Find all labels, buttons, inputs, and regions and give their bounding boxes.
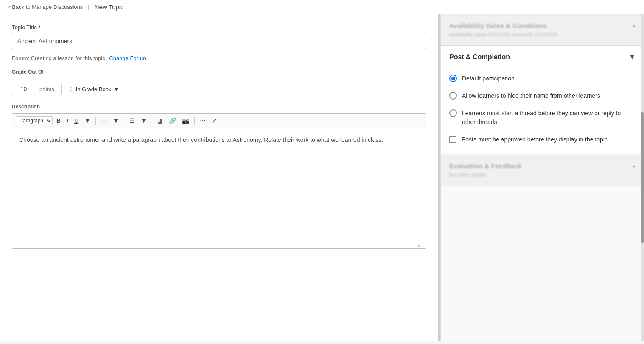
scrollbar-thumb[interactable] <box>641 112 644 243</box>
toolbar-sep-2 <box>124 117 124 125</box>
resize-handle-icon: ⌞ <box>418 241 424 247</box>
paragraph-select[interactable]: Paragraph <box>16 116 53 125</box>
option-approve-posts-label: Posts must be approved before they displ… <box>462 135 608 144</box>
toolbar-divider <box>61 84 62 94</box>
option-hide-name: Allow learners to hide their name from o… <box>449 92 636 100</box>
forum-text: Forum: Creating a lesson for this topic. <box>12 55 106 61</box>
availability-header: Availability Dates & Conditions ▸ <box>449 22 636 29</box>
gradebook-icon: ⋮ <box>68 86 74 92</box>
grade-input[interactable] <box>12 83 35 95</box>
breadcrumb-separator: | <box>88 4 89 10</box>
underline-options-button[interactable]: ▼ <box>82 116 92 125</box>
radio-default[interactable] <box>449 75 457 82</box>
page-title: New Topic <box>95 3 124 11</box>
grade-label: Grade Out Of <box>12 69 426 75</box>
right-panel: Availability Dates & Conditions ▸ availa… <box>440 14 644 341</box>
option-start-thread-label: Learners must start a thread before they… <box>462 109 636 127</box>
italic-button[interactable]: I <box>64 116 70 125</box>
availability-subtitle: availability starts 8/31/2021 and ends 1… <box>449 32 636 38</box>
back-arrow-icon: ‹ <box>8 4 10 10</box>
change-forum-link[interactable]: Change Forum <box>109 55 146 61</box>
option-start-thread: Learners must start a thread before they… <box>449 109 636 127</box>
toolbar-sep-4 <box>194 117 195 125</box>
topic-title-input[interactable] <box>12 33 426 49</box>
checkbox-approve-posts[interactable] <box>449 136 456 143</box>
availability-section: Availability Dates & Conditions ▸ availa… <box>441 14 644 46</box>
availability-arrow-icon: ▸ <box>633 23 636 29</box>
text-align-button[interactable]: ↔ <box>99 116 109 125</box>
editor-body[interactable]: Choose an ancient astronomer and write a… <box>12 128 426 239</box>
editor-content[interactable]: Choose an ancient astronomer and write a… <box>19 135 419 144</box>
back-link[interactable]: ‹ Back to Manage Discussions <box>8 4 83 10</box>
grade-row: points ⋮ In Grade Book ▼ <box>12 83 426 95</box>
option-default: Default participation <box>449 74 636 83</box>
option-default-label: Default participation <box>462 74 515 83</box>
editor-footer: ⌞ <box>12 239 426 248</box>
evaluation-subtitle: No rubric added <box>449 172 636 178</box>
toolbar-sep-1 <box>95 117 96 125</box>
evaluation-header: Evaluation & Feedback ▸ <box>449 162 636 169</box>
post-completion-chevron-icon: ▼ <box>629 53 636 61</box>
grade-section: Grade Out Of points ⋮ In Grade Book ▼ <box>12 69 426 95</box>
post-completion-title: Post & Completion <box>449 53 510 61</box>
toolbar-sep-3 <box>152 117 152 125</box>
option-approve-posts: Posts must be approved before they displ… <box>449 135 636 144</box>
fullscreen-button[interactable]: ⤢ <box>210 116 219 125</box>
link-button[interactable]: 🔗 <box>167 116 178 125</box>
topic-title-label: Topic Title * <box>12 25 426 31</box>
grade-book-label: In Grade Book <box>76 86 112 92</box>
list-options-button[interactable]: ▼ <box>139 116 149 125</box>
editor-toolbar: Paragraph B I U ▼ ↔ ▼ ☰ ▼ ▦ 🔗 📷 ⋯ ⤢ <box>12 114 426 128</box>
required-marker: * <box>37 25 40 31</box>
option-hide-name-label: Allow learners to hide their name from o… <box>462 92 600 100</box>
table-button[interactable]: ▦ <box>155 116 165 125</box>
forum-row: Forum: Creating a lesson for this topic.… <box>12 55 426 61</box>
list-button[interactable]: ☰ <box>127 116 137 125</box>
grade-unit: points <box>39 86 54 92</box>
radio-start-thread[interactable] <box>449 109 457 117</box>
post-completion-section: Post & Completion ▼ Default participatio… <box>441 46 644 153</box>
editor-container: Paragraph B I U ▼ ↔ ▼ ☰ ▼ ▦ 🔗 📷 ⋯ ⤢ <box>12 113 426 249</box>
image-button[interactable]: 📷 <box>180 116 191 125</box>
bold-button[interactable]: B <box>54 116 63 125</box>
main-layout: Topic Title * Forum: Creating a lesson f… <box>0 14 644 341</box>
align-options-button[interactable]: ▼ <box>111 116 121 125</box>
post-completion-header[interactable]: Post & Completion ▼ <box>441 46 644 67</box>
top-bar: ‹ Back to Manage Discussions | New Topic <box>0 0 644 14</box>
availability-title: Availability Dates & Conditions <box>449 22 547 29</box>
scrollbar-track <box>641 14 644 341</box>
grade-book-button[interactable]: ⋮ In Grade Book ▼ <box>68 86 119 92</box>
back-link-label: Back to Manage Discussions <box>12 4 83 10</box>
evaluation-title: Evaluation & Feedback <box>449 162 522 169</box>
grade-book-chevron-icon: ▼ <box>114 86 119 92</box>
more-button[interactable]: ⋯ <box>198 116 208 125</box>
evaluation-arrow-icon: ▸ <box>633 163 636 169</box>
left-panel: Topic Title * Forum: Creating a lesson f… <box>0 14 440 341</box>
evaluation-section: Evaluation & Feedback ▸ No rubric added <box>441 155 644 186</box>
description-label: Description <box>12 104 426 110</box>
radio-hide-name[interactable] <box>449 92 457 100</box>
underline-button[interactable]: U <box>72 116 81 125</box>
post-completion-body: Default participation Allow learners to … <box>441 67 644 153</box>
